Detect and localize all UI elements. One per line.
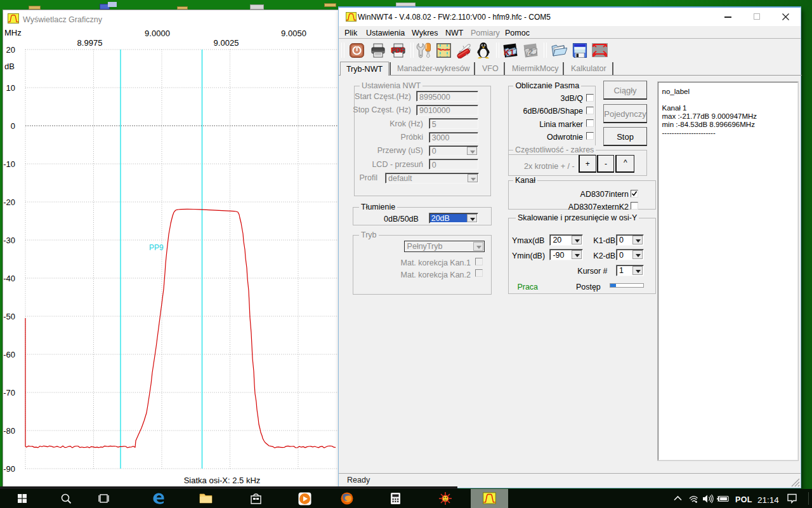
svg-text:-50: -50: [3, 312, 15, 321]
svg-text:-40: -40: [3, 274, 15, 283]
svg-text:-20: -20: [3, 197, 15, 207]
svg-text:dB: dB: [4, 62, 15, 71]
svg-text:-80: -80: [3, 426, 15, 436]
svg-text:8.9975: 8.9975: [77, 38, 103, 48]
svg-text:-10: -10: [3, 159, 15, 169]
svg-text:-70: -70: [3, 388, 15, 398]
svg-text:2: 2: [528, 47, 533, 57]
svg-text:9.0000: 9.0000: [145, 29, 170, 38]
svg-text:0: 0: [11, 121, 15, 131]
svg-text:9.0025: 9.0025: [214, 38, 239, 48]
svg-text:-30: -30: [3, 236, 15, 245]
svg-text:K1: K1: [504, 48, 514, 57]
svg-text:9.0050: 9.0050: [281, 29, 306, 38]
svg-text:20: 20: [6, 45, 15, 55]
svg-text:-90: -90: [3, 464, 15, 474]
svg-text:PDF: PDF: [391, 46, 405, 54]
svg-text:Siatka osi-X: 2.5 kHz: Siatka osi-X: 2.5 kHz: [184, 476, 261, 485]
svg-text:PP9: PP9: [149, 243, 164, 252]
svg-text:-60: -60: [3, 350, 15, 359]
svg-text:10: 10: [6, 83, 15, 93]
svg-text:MHz: MHz: [4, 28, 22, 37]
